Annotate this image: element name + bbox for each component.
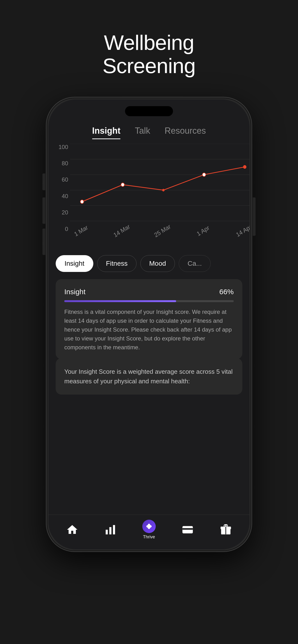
svg-point-20 [146,525,152,528]
svg-text:14 Apr: 14 Apr [235,223,249,238]
svg-point-8 [162,189,165,192]
volume-down-button [43,228,45,255]
thrive-label: Thrive [143,534,155,540]
page-title: Wellbeing Screening [102,31,195,78]
phone-mockup: Insight Talk Resources 100 80 60 40 20 0 [46,97,252,552]
svg-point-10 [243,165,246,169]
info-card: Your Insight Score is a weighted average… [56,358,242,395]
phone-screen: Insight Talk Resources 100 80 60 40 20 0 [49,100,249,549]
chart-y-labels: 100 80 60 40 20 0 [56,144,70,232]
svg-rect-17 [109,527,112,534]
nav-item-gift[interactable] [220,524,232,536]
svg-point-9 [203,173,206,176]
svg-text:1 Mar: 1 Mar [73,224,89,238]
insight-description: Fitness is a vital component of your Ins… [64,308,234,352]
info-card-text: Your Insight Score is a weighted average… [64,367,234,386]
y-label-80: 80 [62,160,68,167]
y-label-60: 60 [62,176,68,183]
svg-text:1 Apr: 1 Apr [196,224,210,237]
filter-insight[interactable]: Insight [56,255,93,272]
power-button [253,198,255,236]
gift-icon [220,524,232,536]
filter-buttons: Insight Fitness Mood Ca... [56,255,211,272]
svg-rect-22 [182,528,193,530]
filter-calories[interactable]: Ca... [179,255,211,272]
dynamic-island [125,106,173,116]
card-icon [181,524,194,536]
chart-area: 100 80 60 40 20 0 [56,144,249,247]
svg-text:25 Mar: 25 Mar [153,223,172,238]
insight-card-header: Insight 66% [64,288,234,296]
mute-button [43,174,45,190]
home-icon [66,524,78,536]
phone-frame: Insight Talk Resources 100 80 60 40 20 0 [46,97,252,552]
bottom-nav: Thrive [49,514,249,549]
insight-label: Insight [64,288,85,296]
y-label-20: 20 [62,209,68,216]
chart-svg: 1 Mar 14 Mar 25 Mar 1 Apr 14 Apr [70,144,249,247]
svg-point-6 [80,200,84,204]
tab-resources[interactable]: Resources [165,126,206,138]
nav-item-card[interactable] [181,524,194,536]
tab-insight[interactable]: Insight [92,126,120,138]
svg-text:14 Mar: 14 Mar [112,223,131,238]
svg-rect-18 [113,525,115,534]
chart-icon [104,524,117,536]
insight-card: Insight 66% Fitness is a vital component… [56,279,242,359]
volume-up-button [43,198,45,224]
nav-item-thrive[interactable]: Thrive [142,520,156,540]
insight-percentage: 66% [219,288,234,296]
nav-tabs: Insight Talk Resources [49,126,249,138]
svg-point-7 [121,183,124,186]
progress-bar-fill [64,300,176,302]
nav-item-chart[interactable] [104,524,117,536]
filter-mood[interactable]: Mood [140,255,175,272]
svg-rect-16 [106,530,108,534]
nav-item-home[interactable] [66,524,78,536]
y-label-100: 100 [59,144,68,150]
y-label-0: 0 [65,226,68,232]
tab-talk[interactable]: Talk [135,126,150,138]
y-label-40: 40 [62,193,68,200]
progress-bar-background [64,300,234,302]
thrive-icon [142,520,156,533]
filter-fitness[interactable]: Fitness [97,255,136,272]
